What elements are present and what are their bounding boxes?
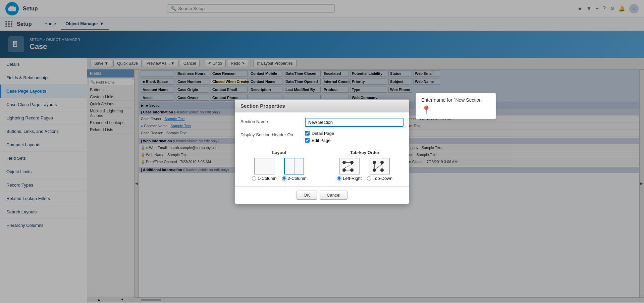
col1-label: 1-Column: [258, 176, 276, 181]
tooltip-text: Enter name for "New Section": [421, 97, 490, 103]
svg-point-14: [373, 161, 376, 164]
modal-overlay: Section Properties Section Name Enter na…: [0, 0, 644, 303]
edit-page-label: Edit Page: [312, 138, 330, 143]
top-down-box[interactable]: [370, 158, 390, 174]
modal-section-name-label: Section Name: [240, 118, 301, 124]
section-properties-modal: Section Properties Section Name Enter na…: [235, 99, 409, 204]
modal-detail-page-row: Detail Page: [305, 131, 334, 136]
modal-title: Section Properties: [235, 100, 409, 112]
svg-point-8: [350, 161, 354, 164]
modal-footer: OK Cancel: [235, 186, 409, 204]
modal-display-header-label: Display Section Header On: [240, 131, 301, 137]
col1-box[interactable]: [254, 158, 274, 174]
svg-point-15: [380, 161, 384, 164]
tab-order-options: Left-Right: [326, 158, 404, 181]
col2-radio-row: 2-Column: [282, 176, 307, 181]
detail-page-checkbox[interactable]: [305, 131, 310, 136]
svg-point-9: [342, 168, 346, 172]
detail-page-label: Detail Page: [312, 131, 334, 136]
top-down-label: Top-Down: [373, 176, 392, 181]
modal-section-name-row: Section Name Enter name for "New Section…: [240, 118, 404, 127]
tab-order-group: Tab-key Order: [326, 150, 404, 181]
modal-body: Section Name Enter name for "New Section…: [235, 112, 409, 186]
col1-radio-row: 1-Column: [252, 176, 276, 181]
top-down-option: Top-Down: [367, 158, 392, 181]
top-down-radio-row: Top-Down: [367, 176, 392, 181]
layout-group-title: Layout: [240, 150, 318, 155]
modal-layout-section: Layout 1-Column: [240, 150, 404, 181]
layout-options: 1-Column 2-Column: [240, 158, 318, 181]
modal-checkbox-group: Detail Page Edit Page: [305, 131, 334, 143]
left-right-radio-row: Left-Right: [337, 176, 362, 181]
svg-point-7: [342, 161, 346, 164]
layout-group: Layout 1-Column: [240, 150, 318, 181]
left-right-box[interactable]: [339, 158, 360, 174]
modal-display-header-row: Display Section Header On Detail Page Ed…: [240, 131, 404, 143]
tooltip-popup: Enter name for "New Section" 📍: [416, 93, 496, 119]
left-right-radio[interactable]: [337, 176, 341, 181]
modal-section-name-input[interactable]: [305, 118, 404, 127]
top-down-svg: [370, 158, 390, 175]
col2-box[interactable]: [284, 158, 304, 174]
col1-radio[interactable]: [252, 176, 256, 181]
col2-radio[interactable]: [282, 176, 286, 181]
left-right-svg: [340, 158, 360, 175]
col2-option: 2-Column: [282, 158, 307, 181]
modal-divider: [240, 147, 404, 147]
col1-option: 1-Column: [252, 158, 276, 181]
edit-page-checkbox[interactable]: [305, 138, 310, 143]
tooltip-location-icon: 📍: [421, 105, 490, 115]
tab-order-title: Tab-key Order: [326, 150, 404, 155]
modal-edit-page-row: Edit Page: [305, 138, 334, 143]
col2-label: 2-Column: [288, 176, 307, 181]
svg-line-12: [344, 164, 352, 168]
top-down-radio[interactable]: [367, 176, 371, 181]
svg-point-10: [350, 168, 354, 172]
modal-cancel-button[interactable]: Cancel: [320, 191, 347, 200]
svg-point-17: [380, 168, 384, 172]
modal-ok-button[interactable]: OK: [297, 191, 317, 200]
left-right-label: Left-Right: [343, 176, 362, 181]
left-right-option: Left-Right: [337, 158, 362, 181]
